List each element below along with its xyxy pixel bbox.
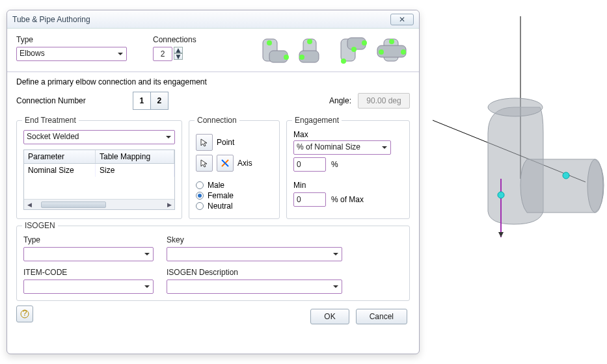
svg-point-7: [299, 55, 304, 60]
isogen-type-label: Type: [23, 235, 154, 244]
svg-point-6: [307, 39, 312, 44]
spinner-down[interactable]: ▼: [174, 53, 183, 60]
isogen-type-select[interactable]: [23, 247, 154, 261]
type-value: Elbows: [16, 47, 127, 61]
isogen-desc-value: [167, 280, 342, 294]
max-value-input[interactable]: [293, 157, 326, 172]
scroll-right-icon[interactable]: ▶: [164, 202, 174, 208]
svg-point-17: [389, 39, 394, 44]
gender-male-radio[interactable]: Male: [196, 181, 273, 190]
ok-button[interactable]: OK: [310, 309, 349, 324]
cursor-icon: [200, 138, 209, 147]
end-treatment-legend: End Treatment: [22, 116, 79, 125]
isogen-skey-value: [167, 247, 342, 261]
connections-value[interactable]: [153, 47, 172, 61]
tube-pipe-authoring-dialog: Tube & Pipe Authoring ✕ Type Elbows Conn…: [7, 10, 420, 354]
pick-axis-cursor-button[interactable]: [196, 155, 213, 172]
titlebar: Tube & Pipe Authoring ✕: [7, 10, 419, 29]
connection-group: Connection Point Axis: [189, 120, 280, 219]
fitting-thumbnails: [258, 35, 410, 66]
isogen-skey-select[interactable]: [167, 247, 342, 261]
close-button[interactable]: ✕: [390, 14, 414, 25]
fitting-thumb-4[interactable]: [375, 35, 410, 66]
cursor-icon: [200, 159, 209, 168]
min-unit: % of Max: [331, 195, 364, 204]
gender-neutral-radio[interactable]: Neutral: [196, 202, 273, 211]
connections-spinner[interactable]: ▲ ▼: [153, 47, 196, 61]
chevron-down-icon: ▼: [174, 52, 182, 61]
table-hscroll[interactable]: ◀ ▶: [24, 199, 174, 209]
isogen-desc-label: ISOGEN Description: [167, 268, 342, 277]
svg-text:?: ?: [23, 309, 27, 318]
scroll-left-icon[interactable]: ◀: [24, 202, 34, 208]
table-row[interactable]: Nominal Size Size: [24, 164, 174, 177]
col-table-mapping[interactable]: Table Mapping: [96, 150, 174, 163]
engagement-legend: Engagement: [292, 116, 342, 125]
connection-point-1: [498, 192, 504, 198]
isogen-desc-select[interactable]: [167, 280, 342, 294]
svg-point-16: [401, 49, 406, 55]
svg-point-15: [379, 49, 384, 55]
type-label: Type: [16, 35, 133, 44]
axis-arrow-icon: [498, 232, 504, 237]
max-type-select[interactable]: % of Nominal Size: [293, 140, 391, 155]
cancel-button[interactable]: Cancel: [356, 309, 407, 324]
model-viewport[interactable]: [429, 16, 605, 276]
type-select[interactable]: Elbows: [16, 47, 127, 61]
connections-label: Connections: [153, 35, 196, 44]
connection-number-label: Connection Number: [16, 96, 86, 105]
pick-point-button[interactable]: [196, 134, 213, 151]
isogen-type-value: [23, 247, 154, 261]
max-unit: %: [331, 160, 338, 169]
pick-axis-toggle-button[interactable]: [217, 155, 234, 172]
parameter-table: Parameter Table Mapping Nominal Size Siz…: [23, 150, 175, 210]
connection-1-button[interactable]: 1: [133, 92, 151, 110]
instruction-text: Define a primary elbow connection and it…: [16, 77, 410, 86]
male-label: Male: [208, 181, 224, 190]
isogen-skey-label: Skey: [167, 235, 342, 244]
end-treatment-group: End Treatment Socket Welded Parameter Ta…: [16, 120, 182, 219]
svg-point-12: [351, 47, 357, 52]
isogen-item-code-select[interactable]: [23, 280, 154, 294]
end-treatment-value: Socket Welded: [23, 130, 175, 144]
scroll-thumb[interactable]: [41, 202, 106, 208]
end-treatment-select[interactable]: Socket Welded: [23, 130, 175, 144]
isogen-group: ISOGEN Type Skey ITEM-CODE ISOGEN Descri…: [16, 226, 410, 301]
fitting-thumb-2[interactable]: [297, 35, 332, 66]
svg-point-11: [362, 40, 367, 46]
engagement-group: Engagement Max % of Nominal Size % Min %…: [286, 120, 410, 219]
connection-point-2: [563, 172, 569, 179]
fitting-thumb-1[interactable]: [258, 35, 293, 66]
svg-point-22: [587, 159, 603, 213]
isogen-item-code-value: [23, 280, 154, 294]
min-value-input[interactable]: [293, 192, 326, 207]
isogen-item-code-label: ITEM-CODE: [23, 268, 154, 277]
close-icon: ✕: [399, 15, 405, 24]
neutral-label: Neutral: [208, 202, 233, 211]
help-icon: ?: [20, 309, 29, 318]
cell-mapping: Size: [96, 164, 174, 177]
connection-legend: Connection: [195, 116, 239, 125]
fitting-thumb-3[interactable]: [336, 35, 371, 66]
axis-label: Axis: [237, 159, 252, 168]
isogen-legend: ISOGEN: [22, 221, 58, 230]
point-label: Point: [217, 138, 234, 147]
dialog-title: Tube & Pipe Authoring: [12, 15, 390, 24]
female-label: Female: [208, 191, 234, 200]
svg-point-2: [267, 40, 272, 46]
svg-point-3: [284, 55, 289, 60]
max-type-value: % of Nominal Size: [293, 140, 391, 155]
cell-parameter: Nominal Size: [24, 164, 96, 177]
min-label: Min: [293, 181, 403, 190]
axis-toggle-icon: [221, 159, 230, 168]
help-button[interactable]: ?: [16, 306, 33, 322]
gender-female-radio[interactable]: Female: [196, 191, 273, 200]
max-label: Max: [293, 130, 403, 139]
svg-point-23: [488, 98, 543, 116]
col-parameter[interactable]: Parameter: [24, 150, 96, 163]
angle-value: 90.00 deg: [358, 93, 410, 109]
angle-label: Angle:: [329, 96, 351, 105]
svg-point-10: [341, 58, 346, 64]
connection-2-button[interactable]: 2: [150, 92, 169, 110]
